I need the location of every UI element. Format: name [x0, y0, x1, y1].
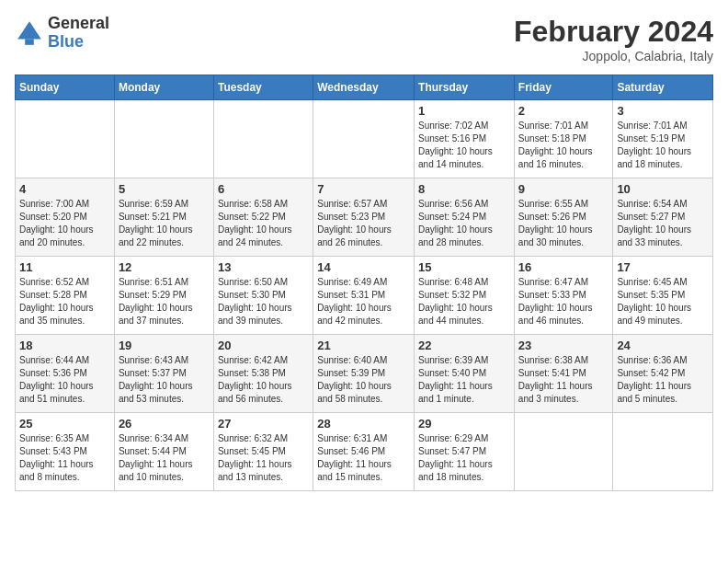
day-number: 18 — [19, 339, 110, 352]
calendar-cell — [313, 100, 415, 178]
day-info: Sunrise: 6:50 AM Sunset: 5:30 PM Dayligh… — [218, 276, 309, 327]
calendar-cell — [613, 413, 713, 491]
day-info: Sunrise: 6:38 AM Sunset: 5:41 PM Dayligh… — [518, 354, 609, 406]
day-number: 5 — [119, 182, 210, 196]
calendar-cell: 20Sunrise: 6:42 AM Sunset: 5:38 PM Dayli… — [213, 335, 313, 413]
day-info: Sunrise: 6:54 AM Sunset: 5:27 PM Dayligh… — [617, 198, 709, 249]
day-info: Sunrise: 7:02 AM Sunset: 5:16 PM Dayligh… — [418, 120, 510, 171]
day-number: 28 — [317, 417, 410, 431]
calendar-cell: 22Sunrise: 6:39 AM Sunset: 5:40 PM Dayli… — [415, 335, 515, 413]
calendar-cell: 6Sunrise: 6:58 AM Sunset: 5:22 PM Daylig… — [213, 178, 313, 257]
calendar-cell: 10Sunrise: 6:54 AM Sunset: 5:27 PM Dayli… — [613, 178, 713, 257]
calendar-week-4: 18Sunrise: 6:44 AM Sunset: 5:36 PM Dayli… — [16, 335, 713, 413]
day-number: 9 — [518, 182, 609, 196]
page-header: General Blue February 2024 Joppolo, Cala… — [15, 15, 713, 63]
day-info: Sunrise: 6:35 AM Sunset: 5:43 PM Dayligh… — [19, 432, 110, 484]
day-number: 26 — [119, 417, 210, 431]
calendar-cell: 23Sunrise: 6:38 AM Sunset: 5:41 PM Dayli… — [514, 335, 613, 413]
weekday-header-row: SundayMondayTuesdayWednesdayThursdayFrid… — [16, 75, 713, 100]
calendar-cell: 28Sunrise: 6:31 AM Sunset: 5:46 PM Dayli… — [313, 413, 415, 491]
day-info: Sunrise: 6:59 AM Sunset: 5:21 PM Dayligh… — [119, 198, 210, 249]
calendar-cell: 29Sunrise: 6:29 AM Sunset: 5:47 PM Dayli… — [415, 413, 515, 491]
day-info: Sunrise: 7:01 AM Sunset: 5:18 PM Dayligh… — [518, 120, 609, 171]
day-info: Sunrise: 6:52 AM Sunset: 5:28 PM Dayligh… — [19, 276, 110, 327]
day-number: 23 — [518, 339, 609, 352]
logo-blue-text: Blue — [48, 33, 109, 52]
calendar-table: SundayMondayTuesdayWednesdayThursdayFrid… — [15, 75, 713, 491]
month-title: February 2024 — [514, 15, 713, 49]
logo-general-text: General — [48, 15, 109, 33]
weekday-header-friday: Friday — [514, 75, 613, 100]
calendar-cell: 5Sunrise: 6:59 AM Sunset: 5:21 PM Daylig… — [114, 178, 213, 257]
day-info: Sunrise: 6:42 AM Sunset: 5:38 PM Dayligh… — [218, 354, 309, 406]
calendar-cell: 2Sunrise: 7:01 AM Sunset: 5:18 PM Daylig… — [514, 100, 613, 178]
day-info: Sunrise: 6:55 AM Sunset: 5:26 PM Dayligh… — [518, 198, 609, 249]
calendar-cell — [514, 413, 613, 491]
calendar-week-3: 11Sunrise: 6:52 AM Sunset: 5:28 PM Dayli… — [16, 257, 713, 335]
calendar-cell: 1Sunrise: 7:02 AM Sunset: 5:16 PM Daylig… — [415, 100, 515, 178]
day-info: Sunrise: 6:31 AM Sunset: 5:46 PM Dayligh… — [317, 432, 410, 484]
day-info: Sunrise: 6:32 AM Sunset: 5:45 PM Dayligh… — [218, 432, 309, 484]
day-number: 20 — [218, 339, 309, 352]
day-info: Sunrise: 7:00 AM Sunset: 5:20 PM Dayligh… — [19, 198, 110, 249]
calendar-cell: 16Sunrise: 6:47 AM Sunset: 5:33 PM Dayli… — [514, 257, 613, 335]
day-number: 27 — [218, 417, 309, 431]
calendar-cell: 26Sunrise: 6:34 AM Sunset: 5:44 PM Dayli… — [114, 413, 213, 491]
title-block: February 2024 Joppolo, Calabria, Italy — [514, 15, 713, 63]
day-info: Sunrise: 7:01 AM Sunset: 5:19 PM Dayligh… — [617, 120, 709, 171]
weekday-header-tuesday: Tuesday — [213, 75, 313, 100]
calendar-cell — [114, 100, 213, 178]
calendar-cell: 18Sunrise: 6:44 AM Sunset: 5:36 PM Dayli… — [16, 335, 115, 413]
day-info: Sunrise: 6:34 AM Sunset: 5:44 PM Dayligh… — [119, 432, 210, 484]
day-number: 11 — [19, 260, 110, 274]
day-number: 22 — [418, 339, 510, 352]
day-number: 8 — [418, 182, 510, 196]
calendar-cell: 19Sunrise: 6:43 AM Sunset: 5:37 PM Dayli… — [114, 335, 213, 413]
weekday-header-monday: Monday — [114, 75, 213, 100]
day-number: 19 — [119, 339, 210, 352]
day-number: 25 — [19, 417, 110, 431]
day-info: Sunrise: 6:47 AM Sunset: 5:33 PM Dayligh… — [518, 276, 609, 327]
calendar-cell: 27Sunrise: 6:32 AM Sunset: 5:45 PM Dayli… — [213, 413, 313, 491]
day-info: Sunrise: 6:49 AM Sunset: 5:31 PM Dayligh… — [317, 276, 410, 327]
calendar-cell: 14Sunrise: 6:49 AM Sunset: 5:31 PM Dayli… — [313, 257, 415, 335]
weekday-header-wednesday: Wednesday — [313, 75, 415, 100]
logo: General Blue — [15, 15, 109, 52]
calendar-cell: 8Sunrise: 6:56 AM Sunset: 5:24 PM Daylig… — [415, 178, 515, 257]
svg-rect-1 — [25, 39, 34, 44]
day-number: 17 — [617, 260, 709, 274]
calendar-week-1: 1Sunrise: 7:02 AM Sunset: 5:16 PM Daylig… — [16, 100, 713, 178]
calendar-cell: 3Sunrise: 7:01 AM Sunset: 5:19 PM Daylig… — [613, 100, 713, 178]
day-info: Sunrise: 6:39 AM Sunset: 5:40 PM Dayligh… — [418, 354, 510, 406]
day-info: Sunrise: 6:48 AM Sunset: 5:32 PM Dayligh… — [418, 276, 510, 327]
day-number: 6 — [218, 182, 309, 196]
day-number: 10 — [617, 182, 709, 196]
calendar-cell: 11Sunrise: 6:52 AM Sunset: 5:28 PM Dayli… — [16, 257, 115, 335]
location-text: Joppolo, Calabria, Italy — [514, 49, 713, 63]
day-number: 13 — [218, 260, 309, 274]
weekday-header-saturday: Saturday — [613, 75, 713, 100]
day-number: 7 — [317, 182, 410, 196]
day-info: Sunrise: 6:56 AM Sunset: 5:24 PM Dayligh… — [418, 198, 510, 249]
calendar-week-2: 4Sunrise: 7:00 AM Sunset: 5:20 PM Daylig… — [16, 178, 713, 257]
day-number: 24 — [617, 339, 709, 352]
day-number: 16 — [518, 260, 609, 274]
day-info: Sunrise: 6:58 AM Sunset: 5:22 PM Dayligh… — [218, 198, 309, 249]
day-number: 4 — [19, 182, 110, 196]
calendar-cell: 12Sunrise: 6:51 AM Sunset: 5:29 PM Dayli… — [114, 257, 213, 335]
weekday-header-sunday: Sunday — [16, 75, 115, 100]
calendar-cell: 24Sunrise: 6:36 AM Sunset: 5:42 PM Dayli… — [613, 335, 713, 413]
day-info: Sunrise: 6:40 AM Sunset: 5:39 PM Dayligh… — [317, 354, 410, 406]
calendar-cell: 17Sunrise: 6:45 AM Sunset: 5:35 PM Dayli… — [613, 257, 713, 335]
day-info: Sunrise: 6:45 AM Sunset: 5:35 PM Dayligh… — [617, 276, 709, 327]
calendar-week-5: 25Sunrise: 6:35 AM Sunset: 5:43 PM Dayli… — [16, 413, 713, 491]
calendar-cell: 25Sunrise: 6:35 AM Sunset: 5:43 PM Dayli… — [16, 413, 115, 491]
day-number: 3 — [617, 104, 709, 118]
calendar-cell: 9Sunrise: 6:55 AM Sunset: 5:26 PM Daylig… — [514, 178, 613, 257]
calendar-cell: 4Sunrise: 7:00 AM Sunset: 5:20 PM Daylig… — [16, 178, 115, 257]
day-number: 15 — [418, 260, 510, 274]
calendar-cell — [213, 100, 313, 178]
calendar-cell — [16, 100, 115, 178]
svg-marker-0 — [17, 21, 41, 39]
day-info: Sunrise: 6:43 AM Sunset: 5:37 PM Dayligh… — [119, 354, 210, 406]
